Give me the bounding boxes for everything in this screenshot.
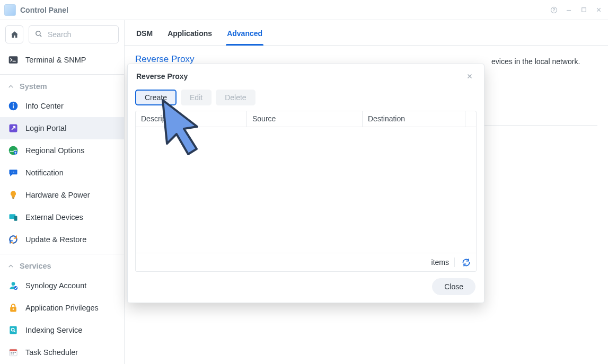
- svg-rect-3: [581, 8, 586, 12]
- dialog-mask: Reverse Proxy Create Edit Delete Descrip…: [125, 20, 608, 364]
- sidebar-item-login-portal[interactable]: Login Portal: [0, 117, 124, 139]
- svg-rect-35: [13, 353, 14, 354]
- sidebar-item-synology-account[interactable]: Synology Account: [0, 274, 124, 297]
- sidebar-item-label: Terminal & SNMP: [25, 56, 117, 64]
- terminal-icon: [7, 54, 19, 66]
- close-button[interactable]: [593, 5, 604, 15]
- sidebar-group-label: System: [20, 82, 47, 91]
- svg-point-16: [13, 172, 14, 173]
- svg-point-17: [15, 172, 16, 173]
- svg-point-22: [12, 282, 15, 286]
- sidebar-item-label: Hardware & Power: [25, 191, 117, 199]
- svg-rect-19: [12, 198, 14, 199]
- proxy-table: Description Source Destination items: [135, 111, 477, 272]
- main-content: DSM Applications Advanced Reverse Proxy …: [125, 20, 608, 364]
- svg-rect-10: [13, 105, 14, 109]
- window-title: Control Panel: [20, 6, 544, 14]
- sidebar-item-notification[interactable]: Notification: [0, 162, 124, 184]
- app-icon: [4, 4, 16, 16]
- table-body[interactable]: [136, 127, 476, 253]
- svg-rect-33: [15, 352, 16, 353]
- sidebar-item-label: Regional Options: [25, 146, 117, 155]
- svg-point-6: [36, 31, 40, 35]
- chat-icon: [7, 167, 19, 179]
- table-status-bar: items: [136, 253, 476, 271]
- sidebar-item-label: External Devices: [25, 213, 117, 221]
- sidebar-item-label: Login Portal: [25, 124, 117, 132]
- sidebar-group-label: Services: [20, 262, 51, 270]
- create-button[interactable]: Create: [135, 90, 177, 105]
- info-icon: [7, 100, 19, 112]
- login-portal-icon: [7, 122, 19, 134]
- col-spacer: [465, 111, 476, 127]
- svg-rect-18: [12, 198, 14, 198]
- sidebar-item-update-restore[interactable]: Update & Restore: [0, 228, 124, 251]
- sidebar-item-label: Notification: [25, 168, 117, 177]
- help-button[interactable]: [549, 5, 559, 15]
- home-button[interactable]: [5, 25, 23, 43]
- search-input-wrap[interactable]: [29, 25, 119, 43]
- svg-point-11: [13, 103, 14, 104]
- svg-rect-8: [9, 56, 18, 63]
- svg-point-1: [553, 11, 554, 12]
- col-source[interactable]: Source: [247, 111, 363, 127]
- sidebar-item-external-devices[interactable]: External Devices: [0, 206, 124, 228]
- svg-rect-31: [11, 352, 12, 353]
- sidebar-item-hardware-power[interactable]: Hardware & Power: [0, 184, 124, 206]
- globe-icon: [7, 145, 19, 156]
- sidebar: Terminal & SNMP System Info Center Login…: [0, 20, 125, 364]
- dialog-title: Reverse Proxy: [136, 72, 464, 81]
- sidebar-item-terminal[interactable]: Terminal & SNMP: [0, 49, 124, 71]
- sidebar-item-info-center[interactable]: Info Center: [0, 95, 124, 117]
- sidebar-item-label: Update & Restore: [25, 235, 117, 244]
- update-restore-icon: [7, 234, 19, 245]
- sidebar-item-label: Indexing Service: [25, 326, 117, 334]
- search-input[interactable]: [47, 30, 113, 39]
- col-description[interactable]: Description: [136, 111, 247, 127]
- search-file-icon: [7, 324, 19, 336]
- svg-rect-30: [10, 349, 17, 351]
- svg-rect-21: [14, 216, 17, 221]
- sidebar-item-application-privileges[interactable]: Application Privileges: [0, 297, 124, 319]
- reverse-proxy-dialog: Reverse Proxy Create Edit Delete Descrip…: [127, 64, 484, 303]
- sidebar-group-services[interactable]: Services: [0, 258, 124, 274]
- sidebar-group-system[interactable]: System: [0, 78, 124, 95]
- sidebar-item-indexing-service[interactable]: Indexing Service: [0, 319, 124, 341]
- refresh-button[interactable]: [460, 256, 472, 268]
- divider: [454, 258, 455, 267]
- maximize-button[interactable]: [578, 5, 589, 15]
- sidebar-item-label: Info Center: [25, 102, 117, 110]
- col-destination[interactable]: Destination: [363, 111, 465, 127]
- sidebar-item-regional-options[interactable]: Regional Options: [0, 139, 124, 162]
- sidebar-item-label: Task Scheduler: [25, 348, 117, 357]
- svg-point-25: [13, 308, 14, 310]
- sidebar-item-label: Synology Account: [25, 281, 117, 290]
- person-icon: [7, 280, 19, 291]
- sidebar-item-task-scheduler[interactable]: Task Scheduler: [0, 341, 124, 363]
- calendar-icon: [7, 347, 19, 358]
- svg-line-7: [40, 35, 41, 37]
- svg-point-15: [12, 172, 13, 173]
- edit-button: Edit: [181, 90, 212, 105]
- minimize-button[interactable]: [563, 5, 574, 15]
- table-header: Description Source Destination: [136, 111, 476, 127]
- svg-rect-32: [13, 352, 14, 353]
- devices-icon: [7, 211, 19, 223]
- delete-button: Delete: [216, 90, 255, 105]
- svg-rect-34: [11, 353, 12, 354]
- close-button[interactable]: Close: [432, 278, 475, 295]
- lock-icon: [7, 302, 19, 314]
- sidebar-item-label: Application Privileges: [25, 304, 117, 312]
- dialog-close-button[interactable]: [464, 70, 475, 82]
- svg-rect-26: [10, 326, 16, 334]
- items-count-label: items: [431, 258, 449, 267]
- search-icon: [34, 30, 42, 39]
- bulb-icon: [7, 189, 19, 201]
